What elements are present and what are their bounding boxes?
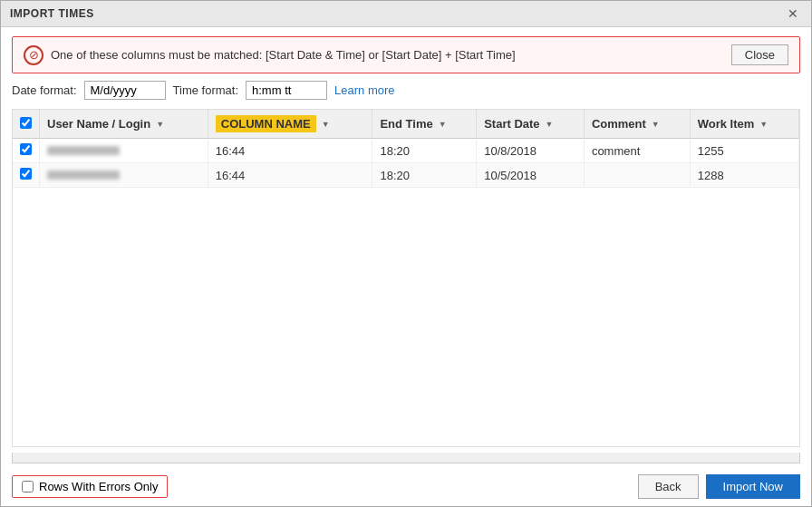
time-format-input[interactable] xyxy=(246,81,327,100)
col-label-workitem: Work Item xyxy=(698,117,755,131)
row1-workitem-value: 1255 xyxy=(698,144,724,158)
row1-checkbox[interactable] xyxy=(20,143,32,155)
dialog-body: ⊘ One of these columns must be matched: … xyxy=(1,27,811,506)
table-header-row: User Name / Login ▼ COLUMN NAME ▼ xyxy=(13,110,799,139)
date-format-label: Date format: xyxy=(12,83,77,97)
row2-columnname: 16:44 xyxy=(208,163,372,188)
col-label-username: User Name / Login xyxy=(47,117,150,131)
col-label-endtime: End Time xyxy=(380,117,432,131)
col-dropdown-startdate[interactable]: ▼ xyxy=(546,120,554,129)
error-icon: ⊘ xyxy=(24,45,44,65)
bottom-buttons: Back Import Now xyxy=(638,474,800,499)
row1-username-blurred xyxy=(47,146,120,155)
row2-workitem: 1288 xyxy=(690,163,798,188)
row2-workitem-value: 1288 xyxy=(698,169,724,182)
error-close-button[interactable]: Close xyxy=(731,44,788,65)
error-message: One of these columns must be matched: [S… xyxy=(51,48,516,62)
row2-username xyxy=(40,163,208,188)
dialog-title: IMPORT TIMES xyxy=(10,7,94,20)
data-table: User Name / Login ▼ COLUMN NAME ▼ xyxy=(13,110,799,188)
row1-endtime: 18:20 xyxy=(372,139,477,163)
bottom-row: Rows With Errors Only Back Import Now xyxy=(12,471,800,499)
row1-endtime-value: 18:20 xyxy=(380,144,410,158)
back-button[interactable]: Back xyxy=(638,474,699,499)
row2-columnname-value: 16:44 xyxy=(216,169,246,182)
row1-comment-value: comment xyxy=(592,144,640,158)
row1-comment: comment xyxy=(584,139,690,163)
table-row: 16:44 18:20 10/8/2018 comment 1255 xyxy=(13,139,799,163)
row1-startdate: 10/8/2018 xyxy=(477,139,585,163)
rows-errors-container: Rows With Errors Only xyxy=(12,475,168,498)
select-all-checkbox[interactable] xyxy=(20,117,32,129)
row2-checkbox-cell xyxy=(13,163,40,188)
col-label-comment: Comment xyxy=(592,117,646,131)
col-dropdown-workitem[interactable]: ▼ xyxy=(759,120,768,129)
row1-columnname: 16:44 xyxy=(208,139,372,163)
format-row: Date format: Time format: Learn more xyxy=(12,81,800,100)
row1-workitem: 1255 xyxy=(690,139,798,163)
col-header-columnname[interactable]: COLUMN NAME ▼ xyxy=(208,110,372,139)
row2-endtime-value: 18:20 xyxy=(380,169,410,182)
col-header-username[interactable]: User Name / Login ▼ xyxy=(40,110,208,139)
row1-username xyxy=(40,139,208,163)
col-dropdown-username[interactable]: ▼ xyxy=(156,120,164,129)
col-header-endtime[interactable]: End Time ▼ xyxy=(372,110,477,139)
col-dropdown-endtime[interactable]: ▼ xyxy=(439,120,447,129)
col-label-startdate: Start Date xyxy=(484,117,539,131)
header-checkbox-cell xyxy=(13,110,40,139)
table-row: 16:44 18:20 10/5/2018 1288 xyxy=(13,163,799,188)
row2-startdate: 10/5/2018 xyxy=(477,163,585,188)
error-banner-left: ⊘ One of these columns must be matched: … xyxy=(24,45,516,65)
row1-startdate-value: 10/8/2018 xyxy=(484,144,536,158)
col-header-comment[interactable]: Comment ▼ xyxy=(584,110,690,139)
rows-errors-checkbox[interactable] xyxy=(22,481,34,492)
ban-icon: ⊘ xyxy=(29,48,39,62)
col-header-startdate[interactable]: Start Date ▼ xyxy=(477,110,585,139)
date-format-input[interactable] xyxy=(84,81,166,100)
col-label-columnname: COLUMN NAME xyxy=(216,115,316,132)
row1-columnname-value: 16:44 xyxy=(216,144,246,158)
row2-comment xyxy=(584,163,690,188)
import-times-dialog: IMPORT TIMES ✕ ⊘ One of these columns mu… xyxy=(0,0,812,507)
learn-more-link[interactable]: Learn more xyxy=(334,83,394,97)
col-dropdown-columnname[interactable]: ▼ xyxy=(322,120,330,129)
col-header-workitem[interactable]: Work Item ▼ xyxy=(690,110,798,139)
title-bar: IMPORT TIMES ✕ xyxy=(1,1,811,27)
row2-username-blurred xyxy=(47,171,120,180)
title-close-button[interactable]: ✕ xyxy=(784,6,802,21)
rows-errors-label: Rows With Errors Only xyxy=(39,480,158,493)
time-format-label: Time format: xyxy=(173,83,238,97)
row2-checkbox[interactable] xyxy=(20,168,32,180)
col-dropdown-comment[interactable]: ▼ xyxy=(652,120,660,129)
row2-endtime: 18:20 xyxy=(372,163,477,188)
row1-checkbox-cell xyxy=(13,139,40,163)
error-banner: ⊘ One of these columns must be matched: … xyxy=(12,36,800,73)
data-table-container[interactable]: User Name / Login ▼ COLUMN NAME ▼ xyxy=(12,109,800,447)
row2-startdate-value: 10/5/2018 xyxy=(484,169,536,182)
import-now-button[interactable]: Import Now xyxy=(706,474,800,499)
horizontal-scrollbar[interactable] xyxy=(12,453,800,463)
